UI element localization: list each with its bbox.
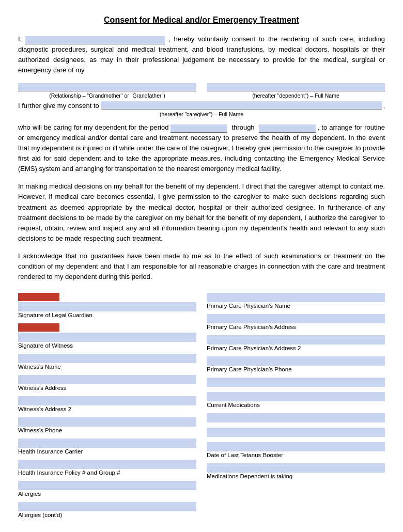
left-field-label-6: Health Insurance Carrier: [18, 448, 196, 455]
right-field-group-1: Primary Care Physician's Address: [207, 314, 385, 333]
left-field-group-1: Signature of Witness: [18, 323, 196, 352]
fullname-col: (hereafter "dependent") – Full Name: [207, 83, 385, 99]
caregiver-comma: ,: [383, 102, 385, 109]
right-field-label-2: Primary Care Physician's Address 2: [207, 345, 385, 351]
period-through: through: [232, 123, 255, 131]
right-field-input-7[interactable]: [207, 428, 385, 437]
left-fields-col: Signature of Legal GuardianSignature of …: [18, 293, 196, 523]
relationship-label: (Relationship – "Grandmother" or "Grandf…: [18, 92, 196, 99]
right-field-group-6: [207, 413, 385, 426]
left-field-label-3: Witness's Address: [18, 385, 196, 391]
right-fields-col: Primary Care Physician's NamePrimary Car…: [207, 293, 385, 523]
right-field-input-9[interactable]: [207, 463, 385, 473]
period-text1: who will be caring for my dependent for …: [18, 123, 168, 131]
paragraph-2: In making medical decisions on my behalf…: [18, 181, 385, 244]
right-field-input-4[interactable]: [207, 378, 385, 387]
left-field-input-2[interactable]: [18, 354, 196, 363]
left-field-label-0: Signature of Legal Guardian: [18, 312, 196, 318]
name-field[interactable]: [25, 36, 165, 44]
left-field-group-4: Witness's Address 2: [18, 396, 196, 415]
left-field-input-3[interactable]: [18, 375, 196, 384]
relationship-row: (Relationship – "Grandmother" or "Grandf…: [18, 83, 385, 99]
fullname-label: (hereafter "dependent") – Full Name: [207, 92, 385, 99]
left-field-label-9: Allergies (cont'd): [18, 512, 196, 518]
right-field-group-2: Primary Care Physician's Address 2: [207, 335, 385, 354]
right-field-input-3[interactable]: [207, 356, 385, 366]
left-field-input-6[interactable]: [18, 439, 196, 448]
right-field-group-9: Medications Dependent is taking: [207, 463, 385, 482]
caregiver-row: I further give my consent to ,: [18, 101, 385, 109]
left-field-input-0[interactable]: [18, 302, 196, 311]
right-field-input-0[interactable]: [207, 293, 385, 302]
relationship-field[interactable]: [18, 83, 196, 91]
right-field-input-8[interactable]: [207, 442, 385, 451]
left-field-group-6: Health Insurance Carrier: [18, 439, 196, 458]
right-field-input-1[interactable]: [207, 314, 385, 323]
left-field-label-7: Health Insurance Policy # and Group #: [18, 470, 196, 476]
fields-section: Signature of Legal GuardianSignature of …: [18, 293, 385, 523]
period-start-field[interactable]: [171, 124, 227, 133]
right-field-group-5: Current Medications: [207, 392, 385, 411]
left-field-input-9[interactable]: [18, 502, 196, 511]
right-field-group-8: Date of Last Tetanus Booster: [207, 442, 385, 461]
left-field-group-5: Witness's Phone: [18, 417, 196, 436]
left-field-group-9: Allergies (cont'd): [18, 502, 196, 521]
left-field-label-4: Witness's Address 2: [18, 406, 196, 412]
left-field-label-5: Witness's Phone: [18, 427, 196, 433]
right-field-group-0: Primary Care Physician's Name: [207, 293, 385, 312]
p1-prefix: I,: [18, 35, 22, 43]
right-field-input-5[interactable]: [207, 392, 385, 401]
right-field-input-6[interactable]: [207, 413, 385, 423]
left-field-input-5[interactable]: [18, 417, 196, 427]
left-field-input-8[interactable]: [18, 481, 196, 490]
left-field-group-0: Signature of Legal Guardian: [18, 293, 196, 321]
left-field-group-7: Health Insurance Policy # and Group #: [18, 460, 196, 479]
right-field-group-7: [207, 428, 385, 440]
right-field-label-1: Primary Care Physician's Address: [207, 324, 385, 330]
right-field-group-3: Primary Care Physician's Phone: [207, 356, 385, 375]
left-field-label-8: Allergies: [18, 491, 196, 497]
right-field-label-9: Medications Dependent is taking: [207, 473, 385, 479]
dependent-fullname-field[interactable]: [207, 83, 385, 91]
relationship-col: (Relationship – "Grandmother" or "Grandf…: [18, 83, 196, 99]
left-field-group-8: Allergies: [18, 481, 196, 500]
right-field-label-5: Current Medications: [207, 402, 385, 408]
caregiver-field[interactable]: [101, 101, 382, 109]
paragraph-period: who will be caring for my dependent for …: [18, 122, 385, 175]
left-field-group-2: Witness's Name: [18, 354, 196, 373]
page-title: Consent for Medical and/or Emergency Tre…: [18, 15, 385, 25]
right-field-group-4: [207, 378, 385, 390]
signature-red-bar-0: [18, 293, 59, 301]
right-field-input-2[interactable]: [207, 335, 385, 345]
right-field-label-0: Primary Care Physician's Name: [207, 303, 385, 309]
period-end-field[interactable]: [259, 124, 316, 133]
left-field-label-1: Signature of Witness: [18, 342, 196, 349]
caregiver-label: (hereafter "caregiver") – Full Name: [18, 111, 385, 117]
caregiver-prefix: I further give my consent to: [18, 102, 99, 109]
left-field-label-2: Witness's Name: [18, 364, 196, 370]
paragraph-1: I, , hereby voluntarily consent to the r…: [18, 34, 385, 76]
right-field-label-3: Primary Care Physician's Phone: [207, 366, 385, 372]
signature-red-bar-1: [18, 323, 59, 332]
left-field-input-4[interactable]: [18, 396, 196, 405]
left-field-input-7[interactable]: [18, 460, 196, 469]
left-field-group-3: Witness's Address: [18, 375, 196, 394]
left-field-input-1[interactable]: [18, 333, 196, 342]
right-field-label-8: Date of Last Tetanus Booster: [207, 452, 385, 458]
paragraph-3: I acknowledge that no guarantees have be…: [18, 251, 385, 282]
